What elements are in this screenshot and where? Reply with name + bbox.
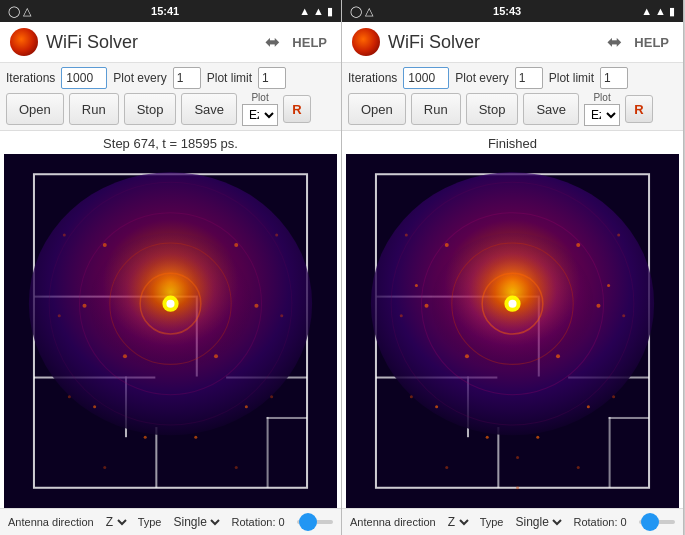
svg-point-26 <box>144 436 147 439</box>
svg-point-24 <box>93 405 96 408</box>
svg-point-67 <box>617 233 620 236</box>
slider-thumb-1[interactable] <box>299 513 317 531</box>
status-icons-left-2: ◯ △ <box>350 5 373 18</box>
svg-point-62 <box>486 436 489 439</box>
svg-point-74 <box>516 456 519 459</box>
save-button-2[interactable]: Save <box>523 93 579 125</box>
svg-point-35 <box>235 466 238 469</box>
slider-track-1 <box>297 520 333 524</box>
iterations-label-2: Iterations <box>348 71 397 85</box>
svg-point-63 <box>536 436 539 439</box>
plot-select-2[interactable]: Ez <box>584 104 620 126</box>
svg-point-73 <box>577 466 580 469</box>
stop-button-2[interactable]: Stop <box>466 93 519 125</box>
toolbar-row-1: Iterations Plot every Plot limit <box>6 67 335 89</box>
svg-point-33 <box>270 395 273 398</box>
svg-point-13 <box>166 300 174 308</box>
open-button-2[interactable]: Open <box>348 93 406 125</box>
stop-button-1[interactable]: Stop <box>124 93 177 125</box>
svg-point-59 <box>556 354 560 358</box>
svg-point-28 <box>63 233 66 236</box>
svg-point-31 <box>280 314 283 317</box>
sim-canvas-1 <box>4 154 337 508</box>
plot-every-input-1[interactable] <box>173 67 201 89</box>
svg-point-29 <box>275 233 278 236</box>
svg-point-54 <box>445 243 449 247</box>
plot-every-label-2: Plot every <box>455 71 508 85</box>
battery-icon-2: ▮ <box>669 5 675 18</box>
help-button-2[interactable]: HELP <box>630 33 673 52</box>
app-logo-2 <box>352 28 380 56</box>
plot-limit-input-1[interactable] <box>258 67 286 89</box>
plot-label-1: Plot <box>251 92 268 103</box>
rotation-label-1: Rotation: 0 <box>231 516 284 528</box>
app-header-2: WiFi Solver ⬌ HELP <box>342 22 683 63</box>
status-icons-right-2: ▲ ▲ ▮ <box>641 5 675 18</box>
svg-point-61 <box>587 405 590 408</box>
slider-track-2 <box>639 520 675 524</box>
help-button-1[interactable]: HELP <box>288 33 331 52</box>
antenna-direction-select-2[interactable]: Z <box>444 514 472 530</box>
status-icons-right: ▲ ▲ ▮ <box>299 5 333 18</box>
toolbar-row-2: Open Run Stop Save Plot Ez R <box>6 92 335 126</box>
status-time-1: 15:41 <box>151 5 179 17</box>
slider-thumb-2[interactable] <box>641 513 659 531</box>
svg-point-58 <box>465 354 469 358</box>
toolbar-2: Iterations Plot every Plot limit Open Ru… <box>342 63 683 131</box>
toolbar-row-3: Iterations Plot every Plot limit <box>348 67 677 89</box>
wifi-visualization-2 <box>346 154 679 508</box>
sim-canvas-2 <box>346 154 679 508</box>
svg-point-71 <box>612 395 615 398</box>
share-icon-1[interactable]: ⬌ <box>265 31 280 53</box>
svg-point-69 <box>622 314 625 317</box>
iterations-input-1[interactable] <box>61 67 107 89</box>
step-status-1: Step 674, t = 18595 ps. <box>0 131 341 154</box>
plot-section-1: Plot Ez <box>242 92 278 126</box>
svg-point-66 <box>405 233 408 236</box>
r-button-1[interactable]: R <box>283 95 311 123</box>
run-button-1[interactable]: Run <box>69 93 119 125</box>
open-button-1[interactable]: Open <box>6 93 64 125</box>
share-icon-2[interactable]: ⬌ <box>607 31 622 53</box>
svg-point-32 <box>68 395 71 398</box>
phone-panel-2: ◯ △ 15:43 ▲ ▲ ▮ WiFi Solver ⬌ HELP Itera… <box>342 0 684 535</box>
antenna-direction-label-1: Antenna direction <box>8 516 94 528</box>
status-icons-left: ◯ △ <box>8 5 31 18</box>
rotation-label-2: Rotation: 0 <box>573 516 626 528</box>
svg-point-34 <box>103 466 106 469</box>
phone-panel-1: ◯ △ 15:41 ▲ ▲ ▮ WiFi Solver ⬌ HELP Itera… <box>0 0 342 535</box>
svg-rect-8 <box>267 417 307 419</box>
svg-point-23 <box>214 354 218 358</box>
plot-section-2: Plot Ez <box>584 92 620 126</box>
iterations-input-2[interactable] <box>403 67 449 89</box>
svg-point-60 <box>435 405 438 408</box>
svg-point-19 <box>234 243 238 247</box>
type-select-2[interactable]: Single <box>511 514 565 530</box>
save-button-1[interactable]: Save <box>181 93 237 125</box>
type-select-1[interactable]: Single <box>169 514 223 530</box>
svg-rect-44 <box>609 417 649 419</box>
wifi-icon: ▲ <box>313 5 324 17</box>
plot-limit-input-2[interactable] <box>600 67 628 89</box>
svg-point-72 <box>445 466 448 469</box>
r-button-2[interactable]: R <box>625 95 653 123</box>
antenna-direction-label-2: Antenna direction <box>350 516 436 528</box>
app-title-1: WiFi Solver <box>46 32 257 53</box>
iterations-label-1: Iterations <box>6 71 55 85</box>
antenna-direction-select-1[interactable]: Z <box>102 514 130 530</box>
svg-point-55 <box>576 243 580 247</box>
svg-point-64 <box>415 284 418 287</box>
toolbar-row-4: Open Run Stop Save Plot Ez R <box>348 92 677 126</box>
app-header-1: WiFi Solver ⬌ HELP <box>0 22 341 63</box>
status-time-2: 15:43 <box>493 5 521 17</box>
toolbar-1: Iterations Plot every Plot limit Open Ru… <box>0 63 341 131</box>
svg-rect-43 <box>497 427 499 488</box>
signal-icon-2: ▲ <box>641 5 652 17</box>
plot-select-1[interactable]: Ez <box>242 104 278 126</box>
svg-point-56 <box>425 304 429 308</box>
svg-point-70 <box>410 395 413 398</box>
run-button-2[interactable]: Run <box>411 93 461 125</box>
type-label-2: Type <box>480 516 504 528</box>
plot-every-input-2[interactable] <box>515 67 543 89</box>
plot-every-label-1: Plot every <box>113 71 166 85</box>
